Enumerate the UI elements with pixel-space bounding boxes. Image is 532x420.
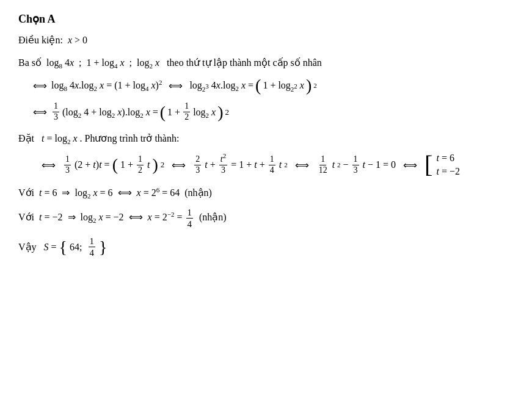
main-content: Chọn A Điều kiện: x > 0 Ba số log8 4x ; … — [18, 12, 514, 258]
dieu-kien-line: Điều kiện: x > 0 — [18, 32, 514, 48]
ba-so-line: Ba số log8 4x ; 1 + log4 x ; log2 x theo… — [18, 54, 514, 71]
equation-block-1: ⟺ log8 4x.log2 x = (1 + log4 x)2 ⟺ log23… — [31, 77, 514, 94]
page-title: Chọn A — [18, 12, 514, 26]
vay-s-line: Vậy S = { 64; 1 4 } — [18, 236, 514, 258]
equation-block-2: ⟺ 1 3 (log2 4 + log2 x).log2 x = ( 1 + 1… — [31, 101, 514, 123]
conclusion-t6: Với t = 6 ⇒ log2 x = 6 ⟺ x = 26 = 64 (nh… — [18, 184, 514, 201]
dat-line: Đặt t = log2 x . Phương trình trở thành: — [18, 130, 514, 147]
equation-block-3: ⟺ 1 3 (2 + t)t = ( 1 + 1 2 t ) 2 ⟺ 2 3 t… — [37, 153, 514, 177]
conclusion-tm2: Với t = −2 ⇒ log2 x = −2 ⟺ x = 2−2 = 1 4… — [18, 207, 514, 230]
